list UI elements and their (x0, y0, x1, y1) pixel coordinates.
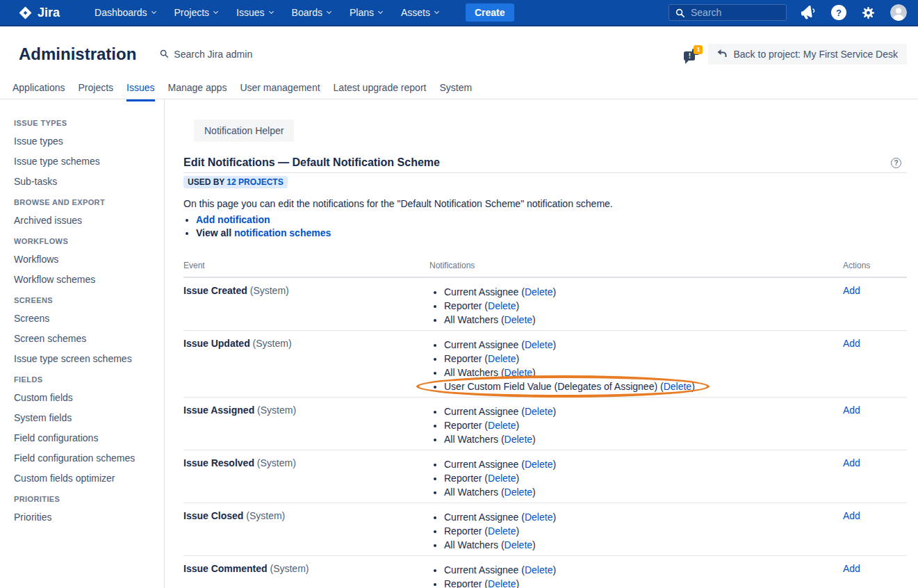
delete-link[interactable]: Delete (505, 487, 532, 498)
search-icon (675, 8, 685, 18)
nav-menu-issues[interactable]: Issues (236, 7, 272, 18)
sidebar-item-archived-issues[interactable]: Archived issues (14, 215, 164, 226)
add-link[interactable]: Add (843, 457, 860, 468)
help-circle-icon[interactable] (891, 158, 901, 168)
avatar[interactable] (890, 4, 907, 21)
sidebar-item-workflows[interactable]: Workflows (14, 254, 164, 265)
notification-text: Current Assignee (Delete) (444, 338, 556, 352)
notification-text: Current Assignee (Delete) (444, 285, 556, 299)
add-notification-link[interactable]: Add notification (196, 214, 270, 225)
used-by-projects-link[interactable]: 12 PROJECTS (227, 177, 283, 187)
tab-system[interactable]: System (439, 82, 472, 99)
event-system-suffix: (System) (268, 563, 309, 574)
notification-item: Reporter (Delete) (444, 471, 843, 485)
delete-link[interactable]: Delete (505, 367, 532, 378)
add-link[interactable]: Add (843, 563, 860, 574)
sidebar-section-title: WORKFLOWS (14, 237, 164, 245)
nav-menu-plans[interactable]: Plans (350, 7, 382, 18)
tab-projects[interactable]: Projects (79, 82, 114, 99)
sidebar-item-system-fields[interactable]: System fields (14, 412, 164, 423)
notification-text: All Watchers (Delete) (444, 313, 536, 327)
jira-logo[interactable]: Jira (18, 6, 60, 20)
admin-notifications-icon[interactable]: 1 (683, 45, 703, 63)
back-arrow-icon (717, 49, 727, 60)
sidebar-item-custom-fields-optimizer[interactable]: Custom fields optimizer (14, 473, 164, 484)
feedback-megaphone-icon[interactable] (800, 3, 819, 22)
tab-issues[interactable]: Issues (126, 82, 154, 99)
delete-link[interactable]: Delete (488, 353, 516, 364)
tab-applications[interactable]: Applications (13, 82, 65, 99)
sidebar-item-screen-schemes[interactable]: Screen schemes (14, 333, 164, 344)
notification-text: Current Assignee (Delete) (444, 510, 556, 524)
notification-text: All Watchers (Delete) (444, 485, 536, 499)
delete-link[interactable]: Delete (488, 525, 516, 537)
delete-link[interactable]: Delete (525, 406, 552, 417)
admin-search-input[interactable]: Search Jira admin (159, 49, 252, 60)
delete-link[interactable]: Delete (488, 473, 516, 484)
sidebar-item-custom-fields[interactable]: Custom fields (14, 392, 164, 403)
chevron-down-icon (378, 9, 383, 14)
notification-item: Reporter (Delete) (444, 524, 843, 538)
sidebar-item-issue-types[interactable]: Issue types (14, 136, 164, 147)
sidebar-item-priorities[interactable]: Priorities (14, 512, 164, 523)
search-input[interactable]: Search (669, 4, 787, 21)
sidebar-section-workflows: WORKFLOWSWorkflowsWorkflow schemes (14, 237, 164, 285)
notifications-list: Current Assignee (Delete)Reporter (Delet… (429, 510, 843, 552)
delete-link[interactable]: Delete (525, 564, 552, 575)
delete-link[interactable]: Delete (505, 314, 532, 325)
navbar-right: Search (669, 4, 907, 21)
edit-notifications-title: Edit Notifications — Default Notificatio… (183, 156, 891, 169)
delete-link[interactable]: Delete (525, 286, 552, 297)
notification-schemes-link[interactable]: notification schemes (234, 227, 331, 238)
sidebar-item-workflow-schemes[interactable]: Workflow schemes (14, 274, 164, 285)
jira-logo-icon (18, 6, 33, 20)
delete-link[interactable]: Delete (525, 339, 552, 350)
tab-manage-apps[interactable]: Manage apps (168, 82, 227, 99)
table-row: Issue Resolved (System)Current Assignee … (183, 450, 907, 503)
notification-helper-button[interactable]: Notification Helper (194, 120, 294, 142)
sidebar-item-screens[interactable]: Screens (14, 313, 164, 324)
sidebar-item-field-configurations[interactable]: Field configurations (14, 432, 164, 443)
notification-text: Reporter (Delete) (444, 352, 519, 366)
back-to-project-button[interactable]: Back to project: My First Service Desk (708, 44, 907, 65)
nav-menu-projects[interactable]: Projects (174, 7, 218, 18)
event-name: Issue Updated (183, 338, 250, 349)
delete-link[interactable]: Delete (488, 300, 516, 311)
table-row: Issue Updated (System)Current Assignee (… (183, 331, 907, 398)
table-row: Issue Assigned (System)Current Assignee … (183, 398, 907, 450)
notification-item: Current Assignee (Delete) (444, 563, 843, 577)
notification-item: Reporter (Delete) (444, 418, 843, 432)
actions-cell: Add (843, 556, 907, 588)
sidebar-item-issue-type-schemes[interactable]: Issue type schemes (14, 156, 164, 167)
delete-link[interactable]: Delete (664, 381, 691, 392)
add-link[interactable]: Add (843, 285, 860, 296)
nav-menu-assets[interactable]: Assets (401, 7, 438, 18)
nav-menu-boards[interactable]: Boards (292, 7, 331, 18)
help-icon[interactable] (831, 5, 846, 20)
delete-link[interactable]: Delete (505, 434, 532, 445)
notification-text: Current Assignee (Delete) (444, 405, 556, 418)
create-button[interactable]: Create (466, 3, 514, 22)
sidebar-item-issue-type-screen-schemes[interactable]: Issue type screen schemes (14, 353, 164, 364)
gear-icon[interactable] (860, 5, 876, 21)
delete-link[interactable]: Delete (525, 512, 552, 523)
add-link[interactable]: Add (843, 405, 860, 416)
notifications-content: Edit Notifications — Default Notificatio… (183, 156, 907, 588)
sidebar-item-sub-tasks[interactable]: Sub-tasks (14, 176, 164, 187)
delete-link[interactable]: Delete (505, 539, 532, 550)
delete-link[interactable]: Delete (488, 578, 516, 588)
add-link[interactable]: Add (843, 338, 860, 349)
tab-latest-upgrade-report[interactable]: Latest upgrade report (334, 82, 427, 99)
sidebar-item-field-configuration-schemes[interactable]: Field configuration schemes (14, 452, 164, 464)
notification-item: Reporter (Delete) (444, 577, 843, 588)
nav-menu-dashboards[interactable]: Dashboards (95, 7, 156, 18)
actions-cell: Add (843, 398, 907, 450)
top-navbar: Jira DashboardsProjectsIssuesBoardsPlans… (0, 0, 918, 26)
add-link[interactable]: Add (843, 510, 860, 521)
tab-user-management[interactable]: User management (240, 82, 320, 99)
delete-link[interactable]: Delete (488, 420, 516, 431)
event-name: Issue Commented (183, 563, 268, 574)
delete-link[interactable]: Delete (525, 459, 552, 470)
list-item: View all notification schemes (196, 227, 907, 240)
notifications-list: Current Assignee (Delete)Reporter (Delet… (429, 285, 843, 327)
